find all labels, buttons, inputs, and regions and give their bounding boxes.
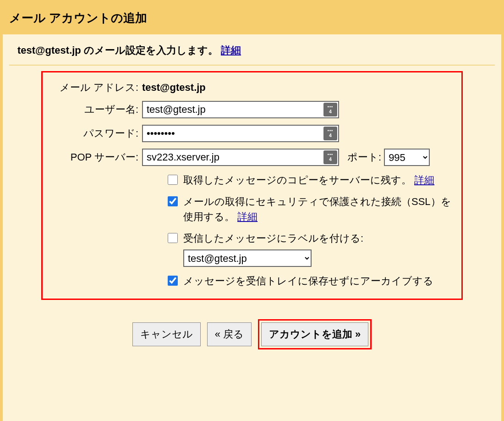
apply-label-checkbox[interactable] [168,233,178,243]
add-account-button[interactable]: アカウントを追加 » [261,322,368,346]
dialog-header: メール アカウントの追加 [0,0,504,34]
ssl-details-link[interactable]: 詳細 [237,211,257,222]
back-button[interactable]: « 戻る [207,322,252,346]
row-pop-server: POP サーバー: •••4 ポート: 995 [50,149,454,166]
password-manager-icon[interactable]: •••4 [323,150,337,164]
dialog-title: メール アカウントの追加 [9,10,495,26]
leave-copy-details-link[interactable]: 詳細 [414,174,434,186]
row-username: ユーザー名: •••4 [50,101,454,118]
port-select[interactable]: 995 [384,149,430,166]
apply-label-label: 受信したメッセージにラベルを付ける: test@gtest.jp [183,231,454,267]
pop-server-input[interactable] [142,149,339,166]
archive-checkbox[interactable] [168,276,178,286]
password-label: パスワード: [50,127,139,140]
pop-label: POP サーバー: [50,150,139,164]
details-link[interactable]: 詳細 [221,44,241,56]
row-password: パスワード: •••4 [50,125,454,142]
row-ssl: メールの取得にセキュリティで保護された接続（SSL）を使用する。 詳細 [50,194,454,224]
settings-highlight-box: メール アドレス: test@gtest.jp ユーザー名: •••4 パスワー… [41,71,463,300]
password-manager-icon[interactable]: •••4 [323,103,337,116]
email-value: test@gtest.jp [142,82,206,94]
port-label: ポート: [347,150,381,164]
row-email: メール アドレス: test@gtest.jp [50,81,454,94]
button-bar: キャンセル « 戻る アカウントを追加 » [9,319,495,349]
row-leave-copy: 取得したメッセージのコピーをサーバーに残す。 詳細 [50,172,454,188]
row-archive: メッセージを受信トレイに保存せずにアーカイブする [50,273,454,288]
archive-label: メッセージを受信トレイに保存せずにアーカイブする [183,273,454,288]
label-select[interactable]: test@gtest.jp [183,249,312,267]
password-manager-icon[interactable]: •••4 [323,127,337,140]
email-label: メール アドレス: [50,81,139,94]
password-input[interactable] [142,125,339,142]
leave-copy-checkbox[interactable] [168,175,178,185]
ssl-checkbox[interactable] [168,196,178,206]
username-label: ユーザー名: [50,103,139,116]
subheading-text: test@gtest.jp のメール設定を入力します。 [17,44,218,56]
dialog-panel: test@gtest.jp のメール設定を入力します。 詳細 メール アドレス:… [3,34,501,421]
divider [9,65,495,66]
row-apply-label: 受信したメッセージにラベルを付ける: test@gtest.jp [50,231,454,267]
cancel-button[interactable]: キャンセル [132,322,201,346]
primary-highlight: アカウントを追加 » [258,319,372,349]
leave-copy-label: 取得したメッセージのコピーをサーバーに残す。 詳細 [183,172,454,188]
username-input[interactable] [142,101,339,118]
ssl-label: メールの取得にセキュリティで保護された接続（SSL）を使用する。 詳細 [183,194,454,224]
subheading: test@gtest.jp のメール設定を入力します。 詳細 [17,44,495,57]
